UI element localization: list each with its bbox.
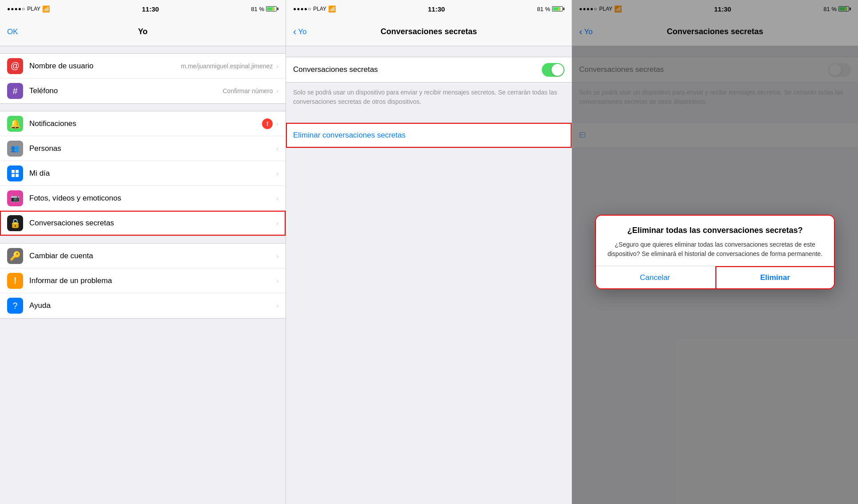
secret-settings-section: Conversaciones secretas Solo se podrá us…: [286, 57, 572, 148]
settings-item-notifications[interactable]: 🔔 Notificaciones ! ›: [0, 111, 286, 136]
section-mgmt: 🔑 Cambiar de cuenta › ! Informar de un p…: [0, 243, 286, 319]
back-label-2: Yo: [298, 28, 306, 36]
notifications-chevron: ›: [276, 120, 278, 127]
dialog-cancel-button[interactable]: Cancelar: [595, 266, 715, 289]
panel-1: ●●●●○ PLAY 📶 11:30 81 % ⚡ OK Yo @: [0, 0, 286, 504]
photos-label: Fotos, vídeos y emoticonos: [29, 194, 276, 203]
battery-pct-2: 81 %: [537, 6, 550, 12]
dialog-title: ¿Eliminar todas las conversaciones secre…: [604, 225, 826, 236]
time-1: 11:30: [142, 5, 159, 13]
toggle-description: Solo se podrá usar un dispositivo para e…: [286, 83, 572, 112]
confirm-dialog: ¿Eliminar todas las conversaciones secre…: [595, 215, 835, 289]
panel-3: ●●●●○ PLAY 📶 11:30 81 % ⚡ ‹ Yo Conversac…: [572, 0, 858, 504]
secret-icon: 🔒: [7, 215, 23, 231]
help-label: Ayuda: [29, 301, 276, 310]
battery-icon-2: ⚡: [552, 6, 564, 12]
nav-bar-1: OK Yo: [0, 18, 286, 46]
toggle-label: Conversaciones secretas: [293, 65, 542, 74]
notification-badge: !: [262, 118, 273, 129]
dialog-body: ¿Eliminar todas las conversaciones secre…: [595, 215, 835, 266]
battery-pct-1: 81 %: [251, 6, 264, 12]
carrier-2: PLAY: [313, 6, 326, 12]
switch-account-icon: 🔑: [7, 248, 23, 264]
content-1: @ Nombre de usuario m.me/juanmiguel.espi…: [0, 46, 286, 504]
username-chevron: ›: [276, 63, 278, 70]
svg-rect-0: [12, 170, 15, 173]
back-arrow-2: ‹: [293, 26, 296, 38]
svg-rect-3: [16, 174, 19, 177]
content-2: Conversaciones secretas Solo se podrá us…: [286, 46, 572, 504]
settings-item-help[interactable]: ? Ayuda ›: [0, 293, 286, 318]
delete-secret-label: Eliminar conversaciones secretas: [293, 131, 564, 140]
time-2: 11:30: [428, 5, 445, 13]
help-icon: ?: [7, 298, 23, 314]
status-bar-2: ●●●●○ PLAY 📶 11:30 81 % ⚡: [286, 0, 572, 18]
phone-icon: #: [7, 83, 23, 99]
people-icon: 👥: [7, 141, 23, 157]
report-chevron: ›: [276, 277, 278, 284]
username-value: m.me/juanmiguel.espinal.jimenez: [181, 63, 273, 70]
ok-button[interactable]: OK: [7, 28, 18, 36]
wifi-icon-1: 📶: [42, 5, 50, 12]
help-chevron: ›: [276, 302, 278, 309]
page-title-2: Conversaciones secretas: [381, 27, 477, 36]
status-left-1: ●●●●○ PLAY 📶: [7, 5, 50, 12]
photos-chevron: ›: [276, 195, 278, 202]
settings-item-day[interactable]: Mi día ›: [0, 161, 286, 186]
settings-item-photos[interactable]: 📷 Fotos, vídeos y emoticonos ›: [0, 186, 286, 211]
settings-item-phone[interactable]: # Teléfono Confirmar número ›: [0, 79, 286, 103]
status-bar-1: ●●●●○ PLAY 📶 11:30 81 % ⚡: [0, 0, 286, 18]
secret-label: Conversaciones secretas: [29, 219, 276, 228]
notifications-label: Notificaciones: [29, 119, 262, 128]
settings-item-report[interactable]: ! Informar de un problema ›: [0, 268, 286, 293]
settings-item-secret[interactable]: 🔒 Conversaciones secretas ›: [0, 211, 286, 236]
report-label: Informar de un problema: [29, 276, 276, 285]
switch-account-chevron: ›: [276, 252, 278, 260]
dialog-message: ¿Seguro que quieres eliminar todas las c…: [604, 240, 826, 259]
toggle-knob: [552, 64, 564, 76]
switch-account-label: Cambiar de cuenta: [29, 252, 276, 260]
carrier-1: PLAY: [27, 6, 40, 12]
people-label: Personas: [29, 144, 276, 153]
section-features: 🔔 Notificaciones ! › 👥 Personas ›: [0, 111, 286, 236]
battery-icon-1: ⚡: [266, 6, 278, 12]
action-section: Eliminar conversaciones secretas: [286, 122, 572, 148]
toggle-section: Conversaciones secretas: [286, 57, 572, 83]
signal-dots-2: ●●●●○: [293, 6, 311, 12]
photos-icon: 📷: [7, 190, 23, 206]
secret-toggle[interactable]: [542, 63, 564, 77]
dialog-confirm-button[interactable]: Eliminar: [715, 266, 835, 289]
wifi-icon-2: 📶: [328, 5, 336, 12]
panel-2: ●●●●○ PLAY 📶 11:30 81 % ⚡ ‹ Yo Conversac…: [286, 0, 572, 504]
settings-item-username[interactable]: @ Nombre de usuario m.me/juanmiguel.espi…: [0, 54, 286, 79]
status-left-2: ●●●●○ PLAY 📶: [293, 5, 336, 12]
day-label: Mi día: [29, 169, 276, 178]
username-label: Nombre de usuario: [29, 62, 181, 71]
secret-chevron: ›: [276, 220, 278, 227]
report-icon: !: [7, 273, 23, 289]
username-icon: @: [7, 58, 23, 74]
phone-label: Teléfono: [29, 87, 223, 95]
dialog-buttons: Cancelar Eliminar: [595, 266, 835, 289]
svg-rect-2: [12, 174, 15, 177]
nav-bar-2: ‹ Yo Conversaciones secretas: [286, 18, 572, 46]
status-right-2: 81 % ⚡: [537, 6, 564, 12]
page-title-1: Yo: [138, 27, 148, 36]
people-chevron: ›: [276, 145, 278, 152]
day-icon: [7, 165, 23, 181]
svg-rect-1: [16, 170, 19, 173]
back-button-2[interactable]: ‹ Yo: [293, 26, 307, 38]
status-right-1: 81 % ⚡: [251, 6, 278, 12]
settings-item-switch-account[interactable]: 🔑 Cambiar de cuenta ›: [0, 244, 286, 268]
day-chevron: ›: [276, 170, 278, 177]
phone-chevron: ›: [276, 87, 278, 94]
dialog-overlay: ¿Eliminar todas las conversaciones secre…: [572, 0, 858, 504]
section-account: @ Nombre de usuario m.me/juanmiguel.espi…: [0, 53, 286, 104]
delete-secret-button[interactable]: Eliminar conversaciones secretas: [286, 123, 572, 148]
signal-dots-1: ●●●●○: [7, 6, 25, 12]
phone-value: Confirmar número: [223, 87, 273, 94]
toggle-row: Conversaciones secretas: [286, 57, 572, 82]
settings-item-people[interactable]: 👥 Personas ›: [0, 136, 286, 161]
notifications-icon: 🔔: [7, 116, 23, 132]
